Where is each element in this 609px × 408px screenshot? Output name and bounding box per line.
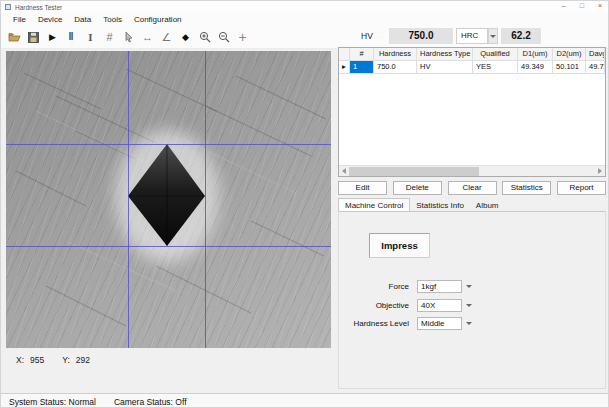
status-bar: System Status: Normal Camera Status: Off (1, 393, 609, 408)
measure-line-vertical-left[interactable] (128, 51, 129, 348)
col-d2: D2(um) (553, 48, 586, 61)
menu-bar: File Device Data Tools Configuration (1, 13, 609, 26)
pointer-icon[interactable] (119, 28, 138, 47)
scale-select[interactable]: HRC (456, 28, 488, 44)
grid-icon[interactable]: # (100, 28, 119, 47)
specimen-image (6, 51, 331, 348)
objective-label: Objective (339, 301, 409, 310)
row-selector-icon: ▸ (339, 61, 350, 74)
converted-value-box: 62.2 (501, 28, 541, 44)
results-table: # Hardness Hardness Type Qualified D1(um… (338, 47, 606, 177)
hv-value-box: 750.0 (389, 28, 453, 44)
angle-measure-icon[interactable]: ∠ (157, 28, 176, 47)
scroll-left-icon[interactable] (339, 166, 349, 177)
clear-button[interactable]: Clear (448, 181, 497, 195)
camera-view[interactable] (6, 51, 331, 348)
measure-line-horizontal-top[interactable] (6, 144, 331, 145)
force-label: Force (339, 282, 409, 291)
menu-file[interactable]: File (7, 13, 32, 26)
delete-button[interactable]: Delete (393, 181, 442, 195)
hardness-level-select[interactable]: Middle (417, 317, 462, 330)
menu-tools[interactable]: Tools (97, 13, 128, 26)
open-icon[interactable] (5, 28, 24, 47)
cell-hardness[interactable]: 750.0 (374, 61, 417, 74)
cell-d1[interactable]: 49.349 (518, 61, 553, 74)
window-title: Hardness Tester (15, 4, 62, 11)
close-button[interactable]: × (598, 2, 602, 9)
cell-qualified[interactable]: YES (473, 61, 518, 74)
cell-number[interactable]: 1 (350, 61, 374, 74)
title-bar: Hardness Tester – □ × (1, 1, 609, 13)
coord-y-label: Y: (62, 355, 70, 365)
pause-icon[interactable]: ‖ (62, 28, 81, 47)
edit-button[interactable]: Edit (338, 181, 387, 195)
scale-select-arrow[interactable] (488, 28, 498, 44)
menu-data[interactable]: Data (68, 13, 97, 26)
tab-strip: Machine Control Statistics Info Album (338, 198, 505, 212)
app-icon (5, 4, 11, 10)
coord-x-value: 955 (30, 355, 44, 365)
force-select[interactable]: 1kgf (417, 280, 462, 293)
scroll-right-icon[interactable] (595, 166, 605, 177)
zoom-out-icon[interactable] (214, 28, 233, 47)
maximize-button[interactable]: □ (580, 2, 584, 9)
action-button-row: Edit Delete Clear Statistics Report (338, 181, 606, 195)
col-hardness-type: Hardness Type (417, 48, 473, 61)
chevron-down-icon[interactable] (466, 322, 472, 325)
col-number: # (350, 48, 374, 61)
statistics-button[interactable]: Statistics (502, 181, 551, 195)
table-header: # Hardness Hardness Type Qualified D1(um… (339, 48, 605, 61)
cell-hardness-type[interactable]: HV (417, 61, 473, 74)
col-qualified: Qualified (473, 48, 518, 61)
report-button[interactable]: Report (557, 181, 606, 195)
horizontal-measure-icon[interactable]: ↔ (138, 28, 157, 47)
table-horizontal-scrollbar[interactable] (339, 165, 605, 176)
impress-button[interactable]: Impress (369, 233, 430, 258)
indent-diamond-icon[interactable]: ◆ (176, 28, 195, 47)
measure-line-horizontal-bottom[interactable] (6, 246, 331, 247)
chevron-down-icon[interactable] (466, 285, 472, 288)
cell-d2[interactable]: 50.101 (553, 61, 586, 74)
tab-machine-control[interactable]: Machine Control (338, 198, 410, 212)
coord-y-value: 292 (76, 355, 90, 365)
menu-device[interactable]: Device (32, 13, 68, 26)
table-row[interactable]: ▸ 1 750.0 HV YES 49.349 50.101 49.725 (339, 61, 605, 74)
machine-control-panel: Impress Force 1kgf Objective 40X Hardnes… (338, 211, 606, 389)
chevron-down-icon (490, 35, 496, 38)
col-hardness: Hardness (374, 48, 417, 61)
scrollbar-thumb[interactable] (349, 167, 479, 176)
camera-status: Camera Status: Off (114, 397, 187, 407)
cell-davg[interactable]: 49.725 (586, 61, 605, 74)
cursor-coordinates: X:955Y:292 (16, 355, 96, 365)
save-icon[interactable] (24, 28, 43, 47)
col-d1: D1(um) (518, 48, 553, 61)
measure-line-vertical-right[interactable] (205, 51, 206, 348)
vertical-measure-icon[interactable]: I (81, 28, 100, 47)
col-davg: Davg(um) (586, 48, 605, 61)
system-status: System Status: Normal (9, 397, 96, 407)
hv-label: HV (361, 31, 373, 41)
zoom-in-icon[interactable] (195, 28, 214, 47)
hardness-level-label: Hardness Level (339, 319, 409, 328)
app-window: Hardness Tester – □ × File Device Data T… (0, 0, 609, 408)
minimize-button[interactable]: – (562, 2, 566, 9)
coord-x-label: X: (16, 355, 24, 365)
objective-select[interactable]: 40X (417, 299, 462, 312)
play-icon[interactable]: ▶ (43, 28, 62, 47)
chevron-down-icon[interactable] (466, 304, 472, 307)
menu-configuration[interactable]: Configuration (128, 13, 188, 26)
crosshair-icon[interactable]: + (233, 28, 252, 47)
